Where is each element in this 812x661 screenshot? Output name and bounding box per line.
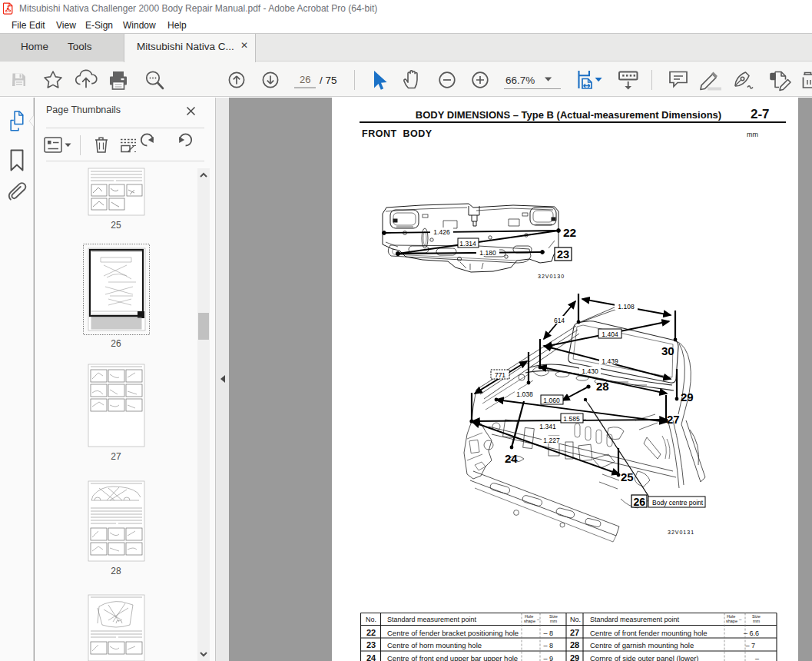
svg-text:26: 26 <box>300 74 310 85</box>
svg-text:25: 25 <box>111 220 121 231</box>
svg-text:Standard measurement point: Standard measurement point <box>387 616 477 623</box>
svg-text:–: – <box>755 655 759 661</box>
svg-text:mm: mm <box>550 619 558 623</box>
svg-text:Cornre of side outer panel (lo: Cornre of side outer panel (lower) <box>590 654 699 661</box>
svg-text:22: 22 <box>366 628 376 637</box>
svg-text:No.: No. <box>570 616 581 623</box>
svg-text:– 6.6: – 6.6 <box>744 629 759 637</box>
svg-text:– 8: – 8 <box>543 629 553 637</box>
svg-text:24: 24 <box>366 653 376 661</box>
svg-text:Centre of front fender mountin: Centre of front fender mounting hole <box>590 629 708 637</box>
svg-text:27: 27 <box>111 451 121 462</box>
svg-text:No.: No. <box>366 616 376 623</box>
svg-text:/ 75: / 75 <box>320 75 337 86</box>
svg-text:Centre of front end upper bar: Centre of front end upper bar upper hole <box>387 654 518 661</box>
svg-text:Centre of fender bracket posit: Centre of fender bracket positioning hol… <box>387 629 519 637</box>
svg-text:mm: mm <box>753 619 761 623</box>
svg-text:– 7: – 7 <box>745 642 755 649</box>
svg-text:23: 23 <box>366 640 376 649</box>
svg-text:shape: shape <box>726 619 737 623</box>
svg-text:–: – <box>537 617 540 622</box>
svg-text:Centre of garnish mounting hol: Centre of garnish mounting hole <box>590 641 694 649</box>
svg-text:shape: shape <box>524 619 535 623</box>
svg-text:– 8: – 8 <box>543 642 553 649</box>
svg-text:– 9: – 9 <box>543 655 553 661</box>
svg-text:26: 26 <box>111 338 121 349</box>
svg-text:66.7%: 66.7% <box>505 75 535 86</box>
svg-text:28: 28 <box>570 640 579 649</box>
svg-text:29: 29 <box>570 653 579 661</box>
svg-text:Standard measurement point: Standard measurement point <box>590 616 680 623</box>
svg-text:Centre of horn mounting hole: Centre of horn mounting hole <box>387 641 482 649</box>
svg-text:27: 27 <box>570 628 579 637</box>
svg-text:28: 28 <box>111 566 121 576</box>
svg-text:–: – <box>739 617 742 622</box>
